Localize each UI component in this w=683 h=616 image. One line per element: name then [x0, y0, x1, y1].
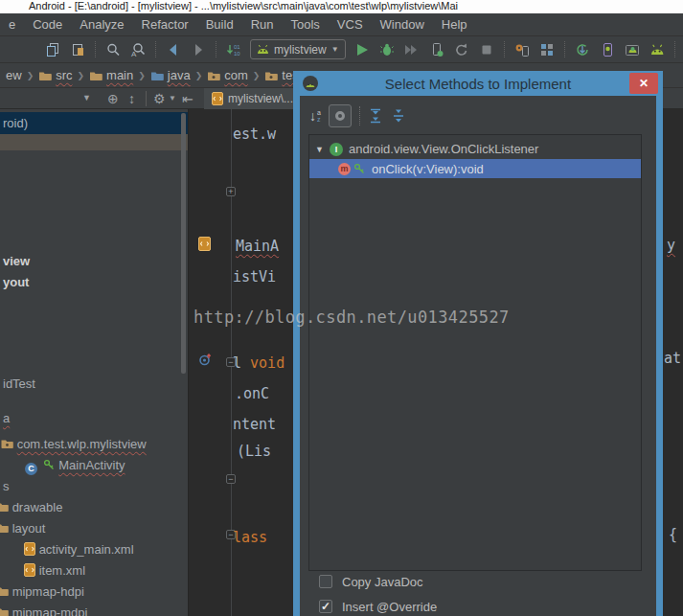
breadcrumb-main[interactable]: main: [87, 68, 135, 82]
window-titlebar[interactable]: Android - [E:\android] - [mylistview] - …: [0, 0, 683, 13]
project-row[interactable]: s: [3, 478, 10, 494]
code-fragment: MainA: [236, 237, 279, 256]
menu-bar: e Code Analyze Refactor Build Run Tools …: [0, 13, 683, 36]
project-row[interactable]: yout: [3, 274, 29, 290]
scroll-from-source-icon[interactable]: ↕: [128, 92, 135, 105]
back-icon[interactable]: [161, 39, 186, 60]
insert-override-checkbox[interactable]: ✓: [319, 600, 332, 613]
project-scrollbar[interactable]: [181, 113, 186, 374]
debug-icon[interactable]: [375, 39, 399, 60]
breadcrumb-java[interactable]: java: [148, 68, 193, 82]
menu-item-code[interactable]: Code: [24, 13, 71, 36]
menu-item-build[interactable]: Build: [197, 13, 242, 36]
project-row-activity-main[interactable]: activity_main.xml: [24, 541, 134, 558]
android-icon[interactable]: [645, 39, 670, 60]
project-row[interactable]: a: [3, 410, 10, 426]
xml-file-icon: [24, 563, 35, 577]
sync-project-icon[interactable]: [570, 39, 595, 60]
code-fragment: {: [669, 525, 677, 544]
tree-node-label: onClick(v:View):void: [372, 162, 484, 176]
rerun-icon[interactable]: [449, 39, 474, 60]
help-icon[interactable]: ?: [680, 39, 683, 60]
code-fragment: est.w: [233, 125, 276, 144]
chevron-right-icon: ❯: [193, 71, 206, 80]
compare-icon[interactable]: 0110: [221, 39, 246, 60]
stop-icon[interactable]: [474, 39, 499, 60]
code-fragment: istVi: [233, 267, 276, 286]
menu-item-analyze[interactable]: Analyze: [71, 13, 132, 36]
xml-file-icon: [24, 542, 35, 556]
window-title: Android - [E:\android] - [mylistview] - …: [29, 0, 458, 11]
folder-icon: [89, 70, 102, 81]
key-icon: [43, 459, 56, 471]
breadcrumb-src[interactable]: src: [36, 68, 74, 82]
project-view-dropdown-caret[interactable]: ▼: [82, 94, 91, 103]
project-root-row-selected[interactable]: roid): [0, 112, 189, 134]
device-monitor-icon[interactable]: [595, 39, 620, 60]
copy-icon[interactable]: [40, 39, 65, 60]
attach-debugger-icon[interactable]: [424, 39, 449, 60]
project-row-mainactivity[interactable]: C MainActivity: [25, 457, 125, 473]
replace-icon[interactable]: A: [125, 39, 150, 60]
package-icon: [1, 439, 13, 449]
menu-item-window[interactable]: Window: [372, 13, 433, 36]
menu-item-refactor[interactable]: Refactor: [133, 13, 197, 36]
forward-icon[interactable]: [186, 39, 211, 60]
toolbar-separator: [146, 91, 147, 106]
project-row-layout[interactable]: layout: [0, 520, 45, 536]
menu-item-vcs[interactable]: VCS: [329, 13, 372, 36]
project-row-drawable[interactable]: drawable: [0, 499, 62, 515]
sort-alphabetically-icon[interactable]: ↓ az: [309, 108, 321, 124]
project-row-label: activity_main.xml: [39, 542, 134, 557]
gutter-xml-file-icon[interactable]: [198, 237, 211, 251]
tree-expand-caret[interactable]: ▼: [309, 145, 330, 154]
project-row-package[interactable]: com.test.wlp.mylistview: [1, 436, 147, 452]
fold-expand-icon[interactable]: +: [226, 187, 236, 196]
project-row-mipmap-hdpi[interactable]: mipmap-hdpi: [0, 583, 84, 600]
editor-tab[interactable]: mylistview\...: [204, 88, 301, 109]
find-icon[interactable]: [101, 39, 125, 60]
source-folder-icon: [150, 70, 164, 81]
dialog-titlebar[interactable]: Select Methods to Implement: [293, 71, 663, 96]
gutter-override-icon[interactable]: [199, 354, 212, 366]
insert-override-label: Insert @Override: [342, 600, 437, 614]
class-icon: C: [25, 463, 37, 475]
menu-item-partial[interactable]: e: [0, 13, 24, 36]
toolbar-separator: [359, 106, 360, 125]
toolbar-separator: [95, 41, 96, 57]
expand-all-icon[interactable]: [368, 108, 383, 124]
avd-manager-icon[interactable]: [510, 39, 535, 60]
locate-icon[interactable]: ⊕: [107, 92, 119, 105]
tree-node-method-selected[interactable]: m onClick(v:View):void: [309, 159, 641, 178]
svg-text:01: 01: [234, 44, 240, 50]
folder-icon: [0, 586, 9, 597]
project-row[interactable]: idTest: [3, 376, 35, 392]
project-row-highlight[interactable]: [0, 134, 189, 150]
project-row-item-xml[interactable]: item.xml: [24, 562, 85, 579]
close-icon[interactable]: ✕: [629, 73, 658, 94]
menu-item-run[interactable]: Run: [242, 13, 283, 36]
tree-node-interface[interactable]: ▼ I android.view.View.OnClickListener: [309, 140, 641, 158]
show-classes-toggle[interactable]: [329, 104, 352, 127]
project-row[interactable]: view: [3, 253, 30, 269]
code-fragment: .onC: [235, 384, 269, 403]
virtual-device-icon[interactable]: [620, 39, 645, 60]
project-row-label: drawable: [12, 500, 63, 514]
run-with-coverage-icon[interactable]: [399, 39, 424, 60]
collapse-sidebar-icon[interactable]: ⇤: [182, 92, 194, 105]
fold-collapse-icon[interactable]: −: [226, 474, 236, 484]
interface-icon: I: [330, 143, 343, 156]
copy-javadoc-checkbox[interactable]: [319, 575, 332, 588]
sdk-manager-icon[interactable]: [535, 39, 559, 60]
package-icon: [264, 70, 278, 81]
collapse-all-icon[interactable]: [391, 108, 406, 124]
gear-icon[interactable]: ⚙: [153, 92, 166, 105]
breadcrumb-com[interactable]: com: [205, 68, 250, 82]
paste-icon[interactable]: [65, 39, 90, 60]
menu-item-help[interactable]: Help: [433, 13, 476, 36]
run-icon[interactable]: [350, 39, 375, 60]
menu-item-tools[interactable]: Tools: [282, 13, 328, 36]
breadcrumb[interactable]: ew: [4, 68, 24, 82]
project-row-mipmap-mdpi[interactable]: mipmap-mdpi: [0, 605, 87, 616]
run-configuration-select[interactable]: mylistview ▼: [250, 39, 346, 59]
